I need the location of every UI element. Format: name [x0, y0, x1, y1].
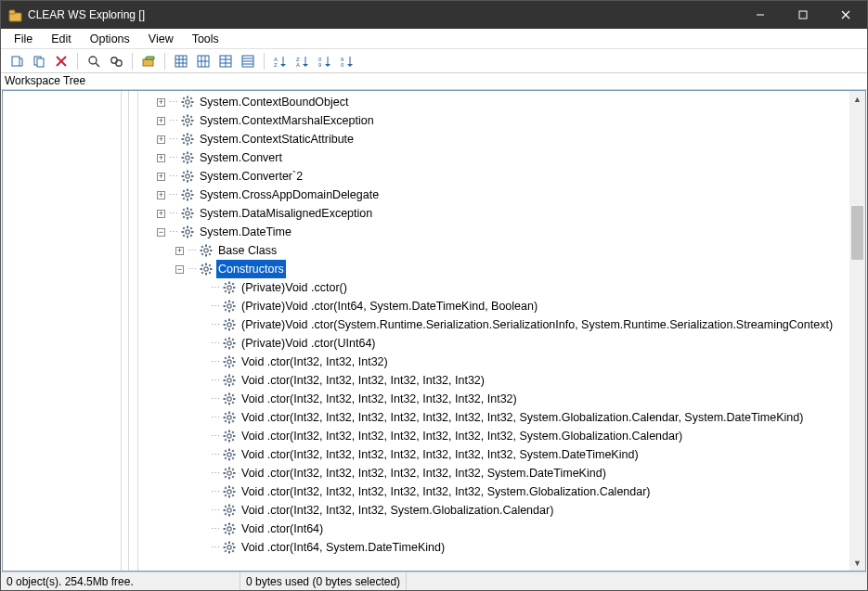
tree-item[interactable]: ⋯Void .ctor(Int32, Int32, Int32, Int32, … [138, 371, 849, 390]
svg-rect-217 [225, 431, 227, 434]
tree-guide: ⋯ [211, 427, 219, 445]
vertical-scrollbar[interactable]: ▲ ▼ [849, 91, 865, 571]
tree-item[interactable]: +⋯System.Convert [138, 148, 849, 167]
collapse-icon[interactable]: − [175, 265, 184, 274]
tree-item[interactable]: +⋯Base Class [138, 241, 849, 260]
expand-icon[interactable]: + [157, 117, 165, 125]
tree-item[interactable]: +⋯System.ContextMarshalException [138, 111, 849, 130]
tree-guide: ⋯ [211, 278, 219, 297]
grid-icon[interactable] [171, 51, 191, 71]
tree-guide: ⋯ [211, 445, 219, 464]
svg-point-266 [227, 546, 231, 549]
maximize-button[interactable] [782, 1, 824, 29]
expand-icon[interactable]: + [157, 135, 165, 144]
tree-guide: ⋯ [188, 241, 196, 260]
svg-rect-166 [232, 328, 235, 330]
svg-rect-1 [9, 10, 15, 14]
tree-item[interactable]: ⋯Void .ctor(Int32, Int32, Int32, Int32, … [138, 427, 849, 445]
scroll-up-icon[interactable]: ▲ [849, 91, 865, 107]
svg-rect-112 [190, 216, 193, 219]
svg-rect-184 [232, 365, 235, 367]
collapse-icon[interactable]: − [157, 228, 165, 237]
search-icon[interactable] [84, 51, 104, 71]
svg-rect-252 [233, 509, 236, 511]
tree-item[interactable]: +⋯System.DataMisalignedException [138, 204, 849, 223]
svg-rect-78 [187, 152, 188, 155]
tree-item[interactable]: +⋯System.Converter`2 [138, 167, 849, 186]
menu-tools[interactable]: Tools [183, 31, 228, 47]
svg-rect-84 [183, 161, 186, 163]
tree-label: System.Converter`2 [198, 167, 304, 186]
tree-item[interactable]: +⋯System.ContextBoundObject [138, 93, 849, 111]
gear-icon [200, 244, 213, 257]
svg-rect-108 [191, 212, 194, 214]
svg-rect-265 [232, 532, 235, 534]
table2-icon[interactable] [193, 51, 214, 71]
toolbar: AZ ZA 09 90 [1, 49, 867, 73]
sort-desc-icon[interactable]: ZA [292, 51, 313, 71]
delete-icon[interactable] [51, 51, 71, 71]
tree-item[interactable]: ⋯Void .ctor(Int64, System.DateTimeKind) [138, 538, 849, 557]
tree-item[interactable]: ⋯(Private)Void .cctor() [138, 278, 849, 297]
tree-item[interactable]: ⋯Void .ctor(Int32, Int32, Int32) [138, 353, 849, 371]
expand-icon[interactable]: + [157, 98, 165, 107]
expand-icon[interactable]: + [157, 173, 165, 181]
menu-file[interactable]: File [5, 31, 42, 47]
gear-icon [223, 318, 236, 331]
expand-icon[interactable]: + [157, 154, 165, 162]
tree-item[interactable]: ⋯Void .ctor(Int32, Int32, Int32, Int32, … [138, 482, 849, 501]
tree-view[interactable]: +⋯System.ContextBoundObject+⋯System.Cont… [2, 90, 866, 572]
svg-rect-17 [175, 56, 187, 67]
expand-icon[interactable]: + [175, 247, 184, 255]
sort-num-asc-icon[interactable]: 09 [315, 51, 335, 71]
svg-rect-52 [187, 106, 188, 109]
scrollbar-thumb[interactable] [851, 206, 863, 260]
svg-point-104 [186, 212, 189, 215]
tree-item[interactable]: +⋯System.ContextStaticAttribute [138, 130, 849, 148]
tree-item[interactable]: ⋯Void .ctor(Int32, Int32, Int32, Int32, … [138, 408, 849, 427]
tree-item[interactable]: ⋯(Private)Void .ctor(System.Runtime.Seri… [138, 315, 849, 334]
tree-item[interactable]: ⋯Void .ctor(Int32, Int32, Int32, Int32, … [138, 445, 849, 464]
copy-icon[interactable] [29, 51, 49, 71]
tree-item[interactable]: ⋯Void .ctor(Int64) [138, 520, 849, 538]
svg-rect-208 [225, 413, 227, 416]
expand-icon[interactable]: + [157, 191, 165, 199]
sort-asc-icon[interactable]: AZ [270, 51, 291, 71]
tree-item[interactable]: ⋯Void .ctor(Int32, Int32, Int32, Int32, … [138, 390, 849, 408]
scroll-down-icon[interactable]: ▼ [849, 555, 865, 571]
menu-view[interactable]: View [139, 31, 183, 47]
minimize-button[interactable] [739, 1, 782, 29]
expand-icon[interactable]: + [157, 210, 165, 218]
svg-rect-91 [183, 172, 186, 174]
svg-point-149 [227, 304, 231, 308]
toolbar-separator [132, 53, 133, 70]
tree-item-constructors[interactable]: −⋯Constructors [138, 260, 849, 278]
close-button[interactable] [824, 1, 867, 29]
tree-label: Constructors [216, 260, 286, 278]
tree-label: System.CrossAppDomainDelegate [198, 186, 381, 204]
svg-rect-232 [228, 477, 230, 480]
svg-rect-198 [233, 398, 236, 400]
svg-text:9: 9 [318, 62, 322, 68]
tree-item[interactable]: ⋯(Private)Void .ctor(UInt64) [138, 334, 849, 353]
svg-text:0: 0 [341, 62, 344, 68]
tree-item[interactable]: ⋯Void .ctor(Int32, Int32, Int32, Int32, … [138, 464, 849, 482]
svg-rect-219 [225, 439, 227, 442]
sort-num-desc-icon[interactable]: 90 [337, 51, 357, 71]
tree-item[interactable]: ⋯(Private)Void .ctor(Int64, System.DateT… [138, 297, 849, 315]
menu-edit[interactable]: Edit [42, 31, 81, 47]
svg-marker-37 [280, 64, 286, 67]
tree-item[interactable]: ⋯Void .ctor(Int32, Int32, Int32, System.… [138, 501, 849, 520]
table4-icon[interactable] [238, 51, 258, 71]
table3-icon[interactable] [215, 51, 236, 71]
svg-point-203 [227, 416, 231, 419]
svg-rect-73 [183, 135, 186, 137]
gear-icon [181, 96, 194, 109]
tree-item[interactable]: +⋯System.CrossAppDomainDelegate [138, 186, 849, 204]
open-icon[interactable] [138, 51, 159, 71]
gear-icon [223, 281, 236, 294]
menu-options[interactable]: Options [81, 31, 139, 47]
refresh-icon[interactable] [6, 51, 27, 71]
tree-item[interactable]: −⋯System.DateTime [138, 223, 849, 241]
replace-icon[interactable] [106, 51, 126, 71]
